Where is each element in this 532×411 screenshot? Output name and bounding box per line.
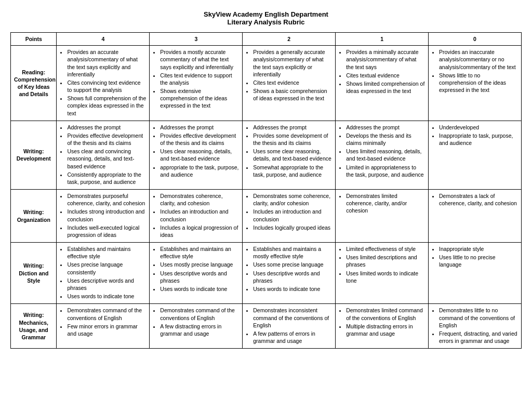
list-item: Uses some clear reasoning, details, and … <box>253 148 332 162</box>
list-item: Uses words to indicate tone <box>160 285 239 293</box>
col-header-0: 0 <box>429 33 522 46</box>
cell-row2-col2: Demonstrates some coherence, clarity, an… <box>243 190 336 243</box>
table-row: Writing: OrganizationDemonstrates purpos… <box>11 190 522 243</box>
list-item: Inappropriate to task, purpose, and audi… <box>439 132 518 147</box>
list-item: Demonstrates a lack of coherence, clarit… <box>439 192 518 207</box>
list-item: Uses little to no precise language <box>439 254 518 268</box>
list-item: A few distracting errors in grammar and … <box>160 323 239 337</box>
cell-row1-col4: UnderdevelopedInappropriate to task, pur… <box>429 121 522 189</box>
list-item: Demonstrates purposeful coherence, clari… <box>67 192 146 207</box>
rubric-table: Points 4 3 2 1 0 Reading: Comprehension … <box>10 32 522 349</box>
row-header-0: Reading: Comprehension of Key Ideas and … <box>11 46 57 121</box>
cell-row3-col3: Limited effectiveness of styleUses limit… <box>336 243 429 304</box>
list-item: A few patterns of errors in grammar and … <box>253 330 332 344</box>
table-row: Reading: Comprehension of Key Ideas and … <box>11 46 522 121</box>
list-item: Uses limited descriptions and phrases <box>346 254 425 268</box>
list-item: Includes a logical progression of ideas <box>160 224 239 238</box>
list-item: Provides a mostly accurate commentary of… <box>160 48 239 71</box>
list-item: Uses limited reasoning, details, and tex… <box>346 148 425 162</box>
list-item: Demonstrates inconsistent command of the… <box>253 307 332 329</box>
list-item: Uses precise language consistently <box>67 261 146 275</box>
list-item: Uses mostly precise language <box>160 261 239 268</box>
cell-row2-col0: Demonstrates purposeful coherence, clari… <box>57 190 150 243</box>
list-item: Establishes and maintains a mostly effec… <box>253 245 332 260</box>
cell-row0-col4: Provides an inaccurate analysis/commenta… <box>429 46 522 121</box>
list-item: Includes strong introduction and conclus… <box>67 208 146 222</box>
list-item: Demonstrates command of the conventions … <box>67 307 146 321</box>
list-item: Cites convincing text evidence to suppor… <box>67 79 146 94</box>
list-item: Limited in appropriateness to the task, … <box>346 164 425 178</box>
list-item: Uses limited words to indicate tone <box>346 270 425 284</box>
list-item: Demonstrates command of the conventions … <box>160 307 239 321</box>
sub-title: Literary Analysis Rubric <box>10 18 522 26</box>
list-item: Addresses the prompt <box>160 124 239 131</box>
list-item: Addresses the prompt <box>253 124 332 131</box>
cell-row0-col1: Provides a mostly accurate commentary of… <box>150 46 243 121</box>
list-item: Cites text evidence <box>253 79 332 86</box>
list-item: Provides an inaccurate analysis/commenta… <box>439 48 518 71</box>
list-item: Limited effectiveness of style <box>346 245 425 253</box>
cell-row0-col0: Provides an accurate analysis/commentary… <box>57 46 150 121</box>
list-item: Develops the thesis and its claims minim… <box>346 132 425 147</box>
col-header-points: Points <box>11 33 57 46</box>
list-item: Includes well-executed logical progressi… <box>67 224 146 238</box>
row-header-4: Writing: Mechanics, Usage, and Grammar <box>11 304 57 349</box>
list-item: Includes an introduction and conclusion <box>160 208 239 222</box>
header-row: Points 4 3 2 1 0 <box>11 33 522 46</box>
cell-row3-col2: Establishes and maintains a mostly effec… <box>243 243 336 304</box>
cell-row1-col3: Addresses the promptDevelops the thesis … <box>336 121 429 189</box>
cell-row1-col0: Addresses the promptProvides effective d… <box>57 121 150 189</box>
cell-row2-col3: Demonstrates limited coherence, clarity,… <box>336 190 429 243</box>
cell-row3-col4: Inappropriate styleUses little to no pre… <box>429 243 522 304</box>
list-item: Provides an accurate analysis/commentary… <box>67 48 146 78</box>
list-item: Includes an introduction and conclusion <box>253 208 332 222</box>
list-item: Underdeveloped <box>439 124 518 131</box>
list-item: Uses descriptive words and phrases <box>67 277 146 291</box>
list-item: Shows extensive comprehension of the ide… <box>160 87 239 110</box>
list-item: Multiple distracting errors in grammar a… <box>346 323 425 337</box>
table-row: Writing: DevelopmentAddresses the prompt… <box>11 121 522 189</box>
list-item: Uses clear and convincing reasoning, det… <box>67 148 146 170</box>
cell-row4-col1: Demonstrates command of the conventions … <box>150 304 243 349</box>
cell-row4-col0: Demonstrates command of the conventions … <box>57 304 150 349</box>
cell-row3-col1: Establishes and maintains an effective s… <box>150 243 243 304</box>
cell-row0-col2: Provides a generally accurate analysis/c… <box>243 46 336 121</box>
cell-row3-col0: Establishes and maintains effective styl… <box>57 243 150 304</box>
list-item: Provides effective development of the th… <box>67 132 146 147</box>
list-item: Provides a minimally accurate analysis/c… <box>346 48 425 71</box>
cell-row1-col2: Addresses the promptProvides some develo… <box>243 121 336 189</box>
list-item: Addresses the prompt <box>67 124 146 131</box>
list-item: Uses clear reasoning, details, and text-… <box>160 148 239 162</box>
list-item: Demonstrates coherence, clarity, and coh… <box>160 192 239 207</box>
list-item: Inappropriate style <box>439 245 518 253</box>
col-header-3: 3 <box>150 33 243 46</box>
list-item: Uses some precise language <box>253 261 332 268</box>
list-item: Frequent, distracting, and varied errors… <box>439 330 518 344</box>
cell-row2-col4: Demonstrates a lack of coherence, clarit… <box>429 190 522 243</box>
list-item: Demonstrates some coherence, clarity, an… <box>253 192 332 207</box>
list-item: Somewhat appropriate to the task, purpos… <box>253 164 332 178</box>
row-header-2: Writing: Organization <box>11 190 57 243</box>
list-item: Establishes and maintains an effective s… <box>160 245 239 260</box>
list-item: Shows limited comprehension of ideas exp… <box>346 80 425 95</box>
col-header-4: 4 <box>57 33 150 46</box>
table-row: Writing: Mechanics, Usage, and GrammarDe… <box>11 304 522 349</box>
cell-row4-col3: Demonstrates limited command of the conv… <box>336 304 429 349</box>
list-item: Consistently appropriate to the task, pu… <box>67 171 146 185</box>
list-item: Demonstrates little to no command of the… <box>439 307 518 329</box>
list-item: Uses words to indicate tone <box>253 285 332 293</box>
table-row: Writing: Diction and StyleEstablishes an… <box>11 243 522 304</box>
list-item: appropriate to the task, purpose, and au… <box>160 164 239 178</box>
list-item: Demonstrates limited coherence, clarity,… <box>346 192 425 215</box>
list-item: Includes logically grouped ideas <box>253 224 332 231</box>
cell-row1-col1: Addresses the promptProvides effective d… <box>150 121 243 189</box>
list-item: Establishes and maintains effective styl… <box>67 245 146 260</box>
list-item: Cites textual evidence <box>346 72 425 79</box>
list-item: Shows little to no comprehension of the … <box>439 72 518 94</box>
list-item: Provides effective development of the th… <box>160 132 239 147</box>
row-header-1: Writing: Development <box>11 121 57 189</box>
row-header-3: Writing: Diction and Style <box>11 243 57 304</box>
list-item: Provides some development of the thesis … <box>253 132 332 147</box>
list-item: Uses descriptive words and phrases <box>160 270 239 284</box>
list-item: Uses descriptive words and phrases <box>253 270 332 284</box>
